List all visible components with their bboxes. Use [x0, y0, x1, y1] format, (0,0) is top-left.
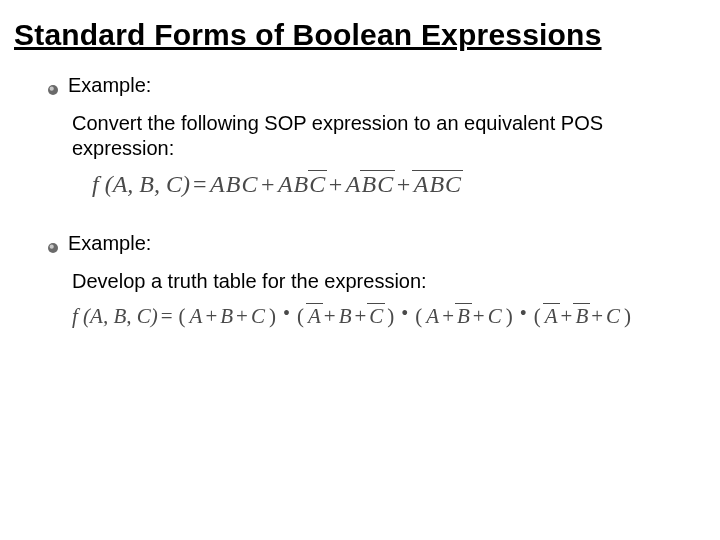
plus-sign: +: [322, 304, 338, 329]
plus-sign: +: [203, 304, 219, 329]
plus-sign: +: [326, 171, 346, 198]
close-paren: ): [503, 304, 516, 329]
open-paren: (: [412, 304, 425, 329]
var-c: C: [250, 304, 266, 329]
var-a: A: [345, 171, 361, 198]
example-label: Example:: [68, 232, 151, 255]
example-body: Convert the following SOP expression to …: [72, 111, 666, 161]
open-paren: (: [531, 304, 544, 329]
bullet-item: Example:: [48, 232, 706, 255]
plus-sign: +: [440, 304, 456, 329]
sop-formula: f (A, B, C) = ABC + ABC + ABC + ABC: [92, 171, 706, 198]
close-paren: ): [384, 304, 397, 329]
plus-sign: +: [352, 304, 368, 329]
bullet-icon: [48, 81, 58, 91]
open-paren: (: [294, 304, 307, 329]
sop-term: ABC: [345, 171, 393, 198]
var-a: A: [425, 304, 440, 329]
bullet-icon: [48, 239, 58, 249]
var-c: C: [241, 171, 258, 198]
equals-sign: =: [158, 304, 176, 329]
plus-sign: +: [589, 304, 605, 329]
var-b: B: [225, 171, 241, 198]
sop-term: ABC: [413, 171, 461, 198]
open-paren: (: [176, 304, 189, 329]
var-a-bar: A: [413, 171, 429, 198]
page-title: Standard Forms of Boolean Expressions: [14, 18, 706, 52]
var-a-bar: A: [307, 304, 322, 329]
equals-sign: =: [190, 171, 210, 198]
dot-operator: •: [279, 302, 294, 325]
var-b: B: [219, 304, 234, 329]
pos-formula: f (A, B, C) = (A+B+C) • (A+B+C) • (A+B+C…: [72, 304, 706, 329]
var-b-bar: B: [574, 304, 589, 329]
var-b-bar: B: [361, 171, 377, 198]
dot-operator: •: [516, 302, 531, 325]
var-a: A: [189, 304, 204, 329]
var-c-bar: C: [368, 304, 384, 329]
plus-sign: +: [258, 171, 278, 198]
plus-sign: +: [471, 304, 487, 329]
dot-operator: •: [397, 302, 412, 325]
close-paren: ): [266, 304, 279, 329]
var-b: B: [338, 304, 353, 329]
var-c: C: [605, 304, 621, 329]
var-c-bar: C: [377, 171, 394, 198]
var-a-bar: A: [544, 304, 559, 329]
plus-sign: +: [559, 304, 575, 329]
var-a: A: [210, 171, 226, 198]
example-label: Example:: [68, 74, 151, 97]
sop-term: ABC: [210, 171, 258, 198]
var-b: B: [293, 171, 309, 198]
plus-sign: +: [234, 304, 250, 329]
var-a: A: [277, 171, 293, 198]
formula-lhs: f (A, B, C): [92, 171, 190, 198]
svg-point-1: [50, 86, 54, 90]
sop-term: ABC: [277, 171, 325, 198]
formula-lhs: f (A, B, C): [72, 304, 158, 329]
svg-point-3: [50, 244, 54, 248]
var-c: C: [487, 304, 503, 329]
close-paren: ): [621, 304, 634, 329]
var-c-bar: C: [445, 171, 462, 198]
example-body: Develop a truth table for the expression…: [72, 269, 666, 294]
var-c-bar: C: [309, 171, 326, 198]
var-b-bar: B: [429, 171, 445, 198]
var-b-bar: B: [456, 304, 471, 329]
plus-sign: +: [394, 171, 414, 198]
bullet-item: Example:: [48, 74, 706, 97]
